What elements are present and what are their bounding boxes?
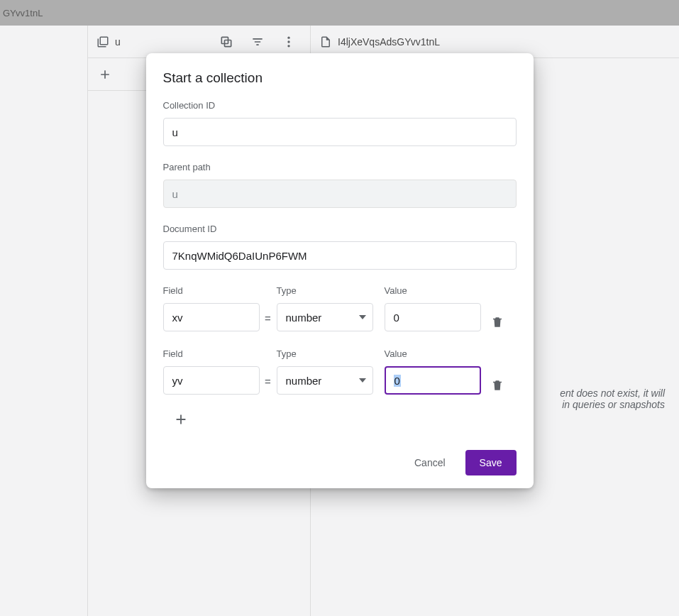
field-value-input[interactable] <box>385 303 481 331</box>
collection-id-label: Collection ID <box>163 100 517 111</box>
start-collection-dialog: Start a collection Collection ID Parent … <box>146 53 534 488</box>
document-id-input[interactable] <box>163 241 517 270</box>
field-name-input[interactable] <box>163 303 260 331</box>
cancel-button[interactable]: Cancel <box>400 450 460 475</box>
delete-field-button[interactable] <box>491 316 504 329</box>
field-row: Field = Type number Value 0 <box>163 348 517 395</box>
field-name-input[interactable] <box>163 366 260 395</box>
modal-overlay: Start a collection Collection ID Parent … <box>0 0 679 616</box>
field-row: Field = Type number Value <box>163 285 517 331</box>
delete-field-button[interactable] <box>491 379 504 392</box>
save-button[interactable]: Save <box>465 450 517 475</box>
value-label: Value <box>385 348 481 359</box>
chevron-down-icon <box>359 378 366 383</box>
parent-path-input <box>163 180 517 208</box>
equals-separator: = <box>260 375 277 395</box>
collection-id-input[interactable] <box>163 118 517 146</box>
field-label: Field <box>163 348 260 359</box>
field-label: Field <box>163 285 260 296</box>
value-label: Value <box>385 285 481 296</box>
document-id-label: Document ID <box>163 224 517 234</box>
equals-separator: = <box>260 312 277 331</box>
chevron-down-icon <box>359 315 366 319</box>
add-field-button[interactable] <box>173 412 517 427</box>
type-label: Type <box>277 285 373 296</box>
type-label: Type <box>277 348 373 359</box>
parent-path-label: Parent path <box>163 162 517 172</box>
dialog-title: Start a collection <box>163 70 517 86</box>
field-value-input[interactable]: 0 <box>385 366 481 395</box>
dialog-actions: Cancel Save <box>163 444 517 475</box>
